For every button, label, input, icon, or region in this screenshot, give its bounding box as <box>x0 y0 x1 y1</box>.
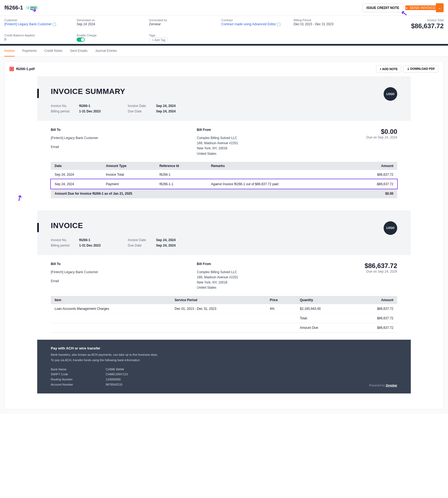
send-invoice-dropdown[interactable]: ⌄ <box>436 3 444 12</box>
meta-row-2: Credit Balance Applied 0 Enable Charge T… <box>0 31 448 44</box>
inv-no-label: Invoice No. <box>51 104 73 108</box>
tags-label: Tags <box>149 34 218 37</box>
billing-period-label: Billing Period <box>294 18 363 22</box>
total-row: Total:$86,637.72 <box>51 313 397 323</box>
powered-by: Powered by Zenskar <box>369 384 397 387</box>
tab-journal-entries[interactable]: Journal Entries <box>95 46 117 56</box>
summary-table: Date Amount Type Reference Id Remarks Am… <box>51 162 397 198</box>
contract-label: Contract <box>221 18 291 22</box>
logo: LOGO <box>384 221 397 235</box>
add-note-button[interactable]: + ADD NOTE <box>376 65 401 73</box>
copy-icon[interactable] <box>277 23 280 26</box>
billing-period-value: Dec 01 2023 - Dec 31 2023 <box>294 22 363 26</box>
inv-no: f6266-1 <box>79 104 90 108</box>
summary-title: INVOICE SUMMARY <box>51 87 397 96</box>
total-row: Amount Due:$86,637.72 <box>51 323 397 332</box>
table-row: Loan Accounts Management ChargesDec 01, … <box>51 304 397 314</box>
send-invoice-button[interactable]: SEND INVOICE <box>405 5 436 10</box>
bill-to-name: [Fintech] Legacy Bank Customer <box>51 135 186 141</box>
tab-credit-notes[interactable]: Credit Notes <box>44 46 62 56</box>
invoice-summary-doc: INVOICE SUMMARY LOGO Invoice No.f6266-1 … <box>37 76 411 206</box>
bill-from-l2: 169, Madison Avenue #2201 <box>197 141 332 146</box>
annotation-arrow: ↗ <box>14 193 24 203</box>
invoice-amount-due: $86,637.72 <box>343 262 397 270</box>
duedate: Sep 24, 2024 <box>156 109 176 113</box>
filename-text: f6266-1.pdf <box>16 67 35 71</box>
enable-charge-toggle[interactable] <box>77 37 85 42</box>
bill-to-email: Email <box>51 144 186 150</box>
bperiod-label: Billing period <box>51 109 73 113</box>
invoice-due-on: Due on Sep 24, 2024 <box>343 270 397 273</box>
add-tag-button[interactable]: + Add Tag <box>149 37 168 42</box>
col-date: Date <box>51 162 102 170</box>
customer-value: [Fintech] Legacy Bank Customer <box>4 22 52 26</box>
bill-from-title: Bill From <box>197 128 332 132</box>
summary-due-on: Due on Sep 24, 2024 <box>343 135 397 139</box>
bill-from-l1: Complex Billing Solved LLC <box>197 135 332 141</box>
accent-bar <box>37 89 39 98</box>
col-amount: Amount <box>350 162 397 170</box>
meta-row-1: Customer [Fintech] Legacy Bank Customer … <box>0 16 448 31</box>
invoice-panel: f6266-1.pdf + ADD NOTE ⤓ DOWNLOAD PDF IN… <box>4 61 444 409</box>
tab-sent-emails[interactable]: Sent Emails <box>70 46 87 56</box>
generated-by-label: Generated by <box>149 18 218 22</box>
generated-on-label: Generated on <box>77 18 146 22</box>
invdate-label: Invoice Date <box>128 104 149 108</box>
tab-payments[interactable]: Payments <box>22 46 37 56</box>
credit-balance-value: 0 <box>4 37 74 41</box>
bperiod: 1-31 Dec 2023 <box>79 109 101 113</box>
pdf-icon <box>10 67 14 71</box>
col-ref: Reference Id <box>156 162 207 170</box>
bill-to-title: Bill To <box>51 128 186 132</box>
contract-link[interactable]: Contract made using Advanced Editor <box>221 22 291 26</box>
customer-link[interactable]: [Fintech] Legacy Bank Customer <box>4 22 74 26</box>
issue-credit-note-button[interactable]: ISSUE CREDIT NOTE <box>362 4 403 12</box>
col-type: Amount Type <box>102 162 156 170</box>
invoice-title: INVOICE <box>51 221 397 230</box>
footer-line2: To pay via ACH, transfer funds using the… <box>51 358 397 363</box>
bill-from-l4: United States <box>197 151 332 156</box>
invoice-id: f6266-1 <box>4 5 23 11</box>
col-remarks: Remarks <box>207 162 350 170</box>
customer-label: Customer <box>4 18 74 22</box>
logo: LOGO <box>384 87 397 101</box>
send-invoice-label: SEND INVOICE <box>409 6 436 10</box>
credit-balance-label: Credit Balance Applied <box>4 34 74 37</box>
footer-line1: Bank transfers, also known as ACH paymen… <box>51 352 397 357</box>
invoice-total-value: $86,637.72 <box>366 22 444 30</box>
invdate: Sep 24, 2024 <box>156 104 176 108</box>
generated-by-value: Zenskar <box>149 22 218 26</box>
contract-value: Contract made using Advanced Editor <box>221 22 276 26</box>
tabs: Invoice Payments Credit Notes Sent Email… <box>0 46 448 57</box>
tab-invoice[interactable]: Invoice <box>4 46 15 56</box>
summary-footer-amt: $0.00 <box>350 189 397 198</box>
accent-bar <box>37 223 39 232</box>
invoice-total-label: Invoice Total <box>366 18 444 22</box>
bill-from-l3: New York, NY, 10016 <box>197 146 332 151</box>
generated-on-value: Sep 24 2024 <box>77 22 146 26</box>
payment-footer: Pay with ACH or wire transfer Bank trans… <box>37 340 411 394</box>
page-header: f6266-1 PAID ↘ ISSUE CREDIT NOTE SEND IN… <box>0 0 448 16</box>
enable-charge-label: Enable Charge <box>77 34 146 37</box>
summary-amount-due: $0.00 <box>343 128 397 135</box>
download-pdf-button[interactable]: ⤓ DOWNLOAD PDF <box>403 65 438 73</box>
table-row: Sep 24, 2024Paymentf6266-1-1Against Invo… <box>51 179 397 189</box>
invoice-doc: INVOICE LOGO Invoice No.f6266-1 Billing … <box>37 210 411 394</box>
summary-footer-text: Amount Due for Invoice f6266-1 as of Jan… <box>51 189 350 198</box>
footer-title: Pay with ACH or wire transfer <box>51 346 397 350</box>
invoice-items-table: Item Service Period Price Quantity Amoun… <box>51 296 397 333</box>
duedate-label: Due Date <box>128 109 149 113</box>
file-name: f6266-1.pdf <box>10 67 35 71</box>
table-row: Sep 24, 2024Invoice Totalf6266-1$86,637.… <box>51 170 397 179</box>
copy-icon[interactable] <box>53 23 56 26</box>
